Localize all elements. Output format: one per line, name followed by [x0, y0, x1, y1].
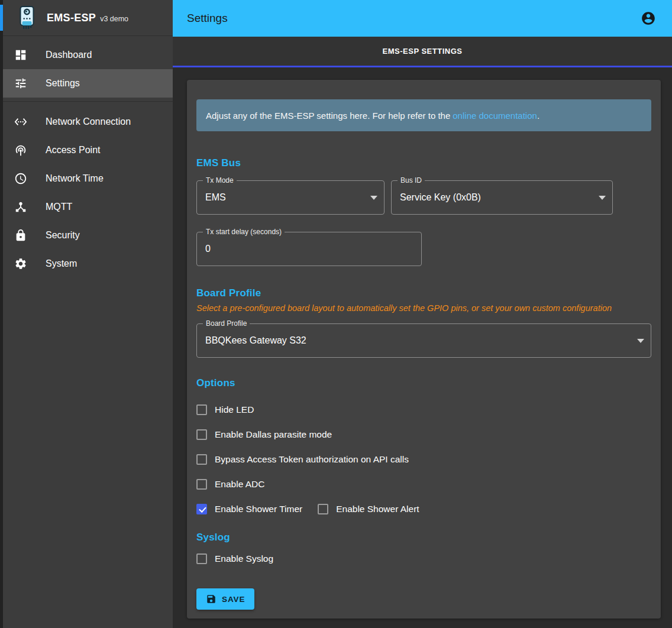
sidebar-nav-primary: Dashboard Settings [3, 36, 173, 98]
dallas-parasite-checkbox[interactable] [196, 429, 207, 440]
checkbox-label[interactable]: Enable Syslog [215, 553, 273, 564]
sidebar-header: EMS-ESP v3 demo [3, 0, 173, 36]
section-title-syslog: Syslog [196, 532, 651, 543]
banner-text-end: . [537, 111, 539, 121]
ems-bus-fields: Tx Mode EMS Bus ID Service Key (0x0B) [196, 180, 651, 215]
dropdown-arrow-icon [599, 196, 606, 200]
option-row: Bypass Access Token authorization on API… [196, 447, 651, 472]
app-logo-icon [19, 5, 35, 30]
bypass-token-checkbox[interactable] [196, 454, 207, 465]
dropdown-arrow-icon [370, 196, 377, 200]
sidebar-item-settings[interactable]: Settings [3, 69, 173, 98]
tx-delay-input[interactable] [205, 244, 400, 254]
sidebar-nav-secondary: Network Connection Access Point Network … [3, 102, 173, 278]
wifi-tethering-icon [14, 143, 28, 157]
sidebar-item-security[interactable]: Security [3, 221, 173, 250]
tab-label: EMS-ESP SETTINGS [383, 47, 463, 56]
save-button[interactable]: SAVE [196, 588, 254, 610]
account-circle-icon [641, 11, 656, 26]
tx-mode-select[interactable]: Tx Mode EMS [196, 180, 385, 215]
ethernet-icon [14, 115, 28, 129]
save-button-label: SAVE [222, 595, 245, 604]
hide-led-checkbox[interactable] [196, 404, 207, 415]
app-name: EMS-ESP [47, 12, 96, 24]
sidebar-item-label: Network Connection [46, 116, 131, 127]
online-documentation-link[interactable]: online documentation [453, 111, 537, 121]
board-profile-value: BBQKees Gateway S32 [205, 324, 306, 357]
sidebar-item-network-connection[interactable]: Network Connection [3, 108, 173, 136]
sidebar-item-label: MQTT [46, 202, 72, 212]
section-title-ems-bus: EMS Bus [196, 157, 651, 169]
option-row: Enable Shower Timer Enable Shower Alert [196, 497, 651, 522]
options-list: Hide LED Enable Dallas parasite mode Byp… [196, 397, 651, 522]
checkbox-label[interactable]: Hide LED [215, 404, 254, 415]
tab-bar: EMS-ESP SETTINGS [173, 37, 672, 67]
tune-icon [14, 76, 28, 90]
sidebar-item-label: Dashboard [46, 50, 92, 60]
app-title: EMS-ESP v3 demo [47, 12, 128, 24]
option-row: Enable Dallas parasite mode [196, 422, 651, 447]
sidebar: EMS-ESP v3 demo Dashboard Settings Netwo… [3, 0, 173, 628]
board-profile-select[interactable]: Board Profile BBQKees Gateway S32 [196, 323, 651, 358]
checkbox-label[interactable]: Enable ADC [215, 479, 264, 490]
sidebar-item-label: Access Point [46, 145, 100, 156]
section-title-options: Options [196, 377, 651, 389]
account-button[interactable] [638, 8, 658, 28]
dashboard-icon [14, 48, 28, 62]
checkbox-label[interactable]: Enable Shower Alert [336, 504, 419, 514]
enable-adc-checkbox[interactable] [196, 479, 207, 490]
dropdown-arrow-icon [637, 339, 644, 343]
main-content: Adjust any of the EMS-ESP settings here.… [173, 67, 672, 628]
app-version: v3 demo [100, 15, 128, 23]
option-row: Enable Syslog [196, 546, 651, 571]
sidebar-item-system[interactable]: System [3, 250, 173, 278]
hub-icon [14, 200, 28, 214]
gear-icon [14, 257, 28, 271]
bus-id-value: Service Key (0x0B) [400, 181, 481, 214]
top-app-bar: Settings [173, 0, 672, 37]
checkbox-label[interactable]: Enable Dallas parasite mode [215, 429, 332, 440]
option-row: Enable ADC [196, 472, 651, 497]
sidebar-item-label: Security [46, 230, 80, 241]
sidebar-item-label: System [46, 258, 77, 269]
tx-mode-value: EMS [205, 181, 226, 214]
bus-id-select[interactable]: Bus ID Service Key (0x0B) [391, 180, 613, 215]
banner-text: Adjust any of the EMS-ESP settings here.… [206, 111, 450, 121]
sidebar-item-label: Network Time [46, 173, 104, 184]
sidebar-item-mqtt[interactable]: MQTT [3, 193, 173, 221]
sidebar-item-dashboard[interactable]: Dashboard [3, 41, 173, 69]
clock-icon [14, 171, 28, 186]
save-icon [206, 594, 217, 604]
tab-ems-esp-settings[interactable]: EMS-ESP SETTINGS [173, 37, 672, 66]
sidebar-item-access-point[interactable]: Access Point [3, 136, 173, 164]
shower-timer-checkbox[interactable] [196, 504, 207, 514]
settings-card: Adjust any of the EMS-ESP settings here.… [187, 80, 661, 619]
sidebar-item-network-time[interactable]: Network Time [3, 164, 173, 193]
tx-delay-field[interactable]: Tx start delay (seconds) [196, 232, 422, 266]
info-banner: Adjust any of the EMS-ESP settings here.… [196, 99, 651, 131]
section-title-board-profile: Board Profile [196, 287, 651, 299]
checkbox-label[interactable]: Bypass Access Token authorization on API… [215, 454, 409, 465]
page-title: Settings [187, 12, 228, 25]
option-row: Hide LED [196, 397, 651, 422]
checkbox-label[interactable]: Enable Shower Timer [215, 504, 302, 514]
sidebar-item-label: Settings [46, 78, 80, 89]
lock-icon [14, 228, 28, 242]
shower-alert-checkbox[interactable] [318, 504, 328, 514]
board-profile-hint: Select a pre-configured board layout to … [196, 303, 651, 313]
enable-syslog-checkbox[interactable] [196, 553, 207, 564]
